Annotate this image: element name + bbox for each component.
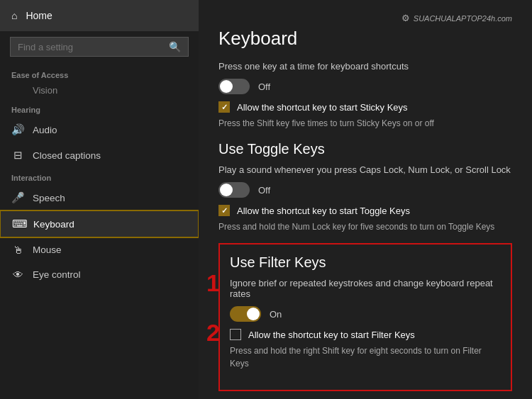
toggle-keys-checkbox-label: Allow the shortcut key to start Toggle K… (237, 206, 410, 216)
ease-of-access-label: Ease of Access (0, 65, 199, 82)
filter-keys-sub-desc: Press and hold the right Shift key for e… (230, 344, 501, 370)
keyboard-label: Keyboard (33, 219, 74, 230)
number-label-2: 2 (206, 319, 220, 347)
sticky-keys-toggle[interactable] (218, 79, 250, 94)
interaction-label: Interaction (0, 168, 199, 185)
toggle-keys-sub-desc: Press and hold the Num Lock key for five… (218, 220, 512, 233)
home-label: Home (26, 10, 52, 21)
toggle-keys-desc: Play a sound whenever you press Caps Loc… (218, 164, 512, 175)
toggle-keys-checkbox-row: Allow the shortcut key to start Toggle K… (218, 205, 512, 216)
speech-icon: 🎤 (11, 191, 24, 204)
sidebar-item-mouse[interactable]: 🖱 Mouse (0, 237, 199, 262)
toggle-keys-checkbox[interactable] (218, 205, 230, 216)
closed-captions-icon: ⊟ (11, 149, 24, 162)
toggle-keys-toggle[interactable] (218, 182, 250, 198)
sticky-keys-checkbox-label: Allow the shortcut key to start Sticky K… (237, 102, 408, 113)
sticky-keys-desc: Press one key at a time for keyboard sho… (218, 61, 512, 72)
search-input[interactable] (18, 42, 169, 52)
hearing-label: Hearing (0, 100, 199, 117)
eye-icon: 👁 (11, 269, 24, 281)
filter-keys-checkbox-row: Allow the shortcut key to start Filter K… (230, 329, 501, 340)
watermark-text: SUACHUALAPTOP24h.com (414, 14, 512, 23)
filter-keys-checkbox[interactable] (230, 329, 241, 340)
sticky-keys-checkbox[interactable] (218, 101, 230, 113)
sidebar-item-speech[interactable]: 🎤 Speech (0, 185, 199, 210)
sticky-keys-sub-desc: Press the Shift key five times to turn S… (218, 117, 512, 130)
toggle-keys-title: Use Toggle Keys (218, 141, 512, 157)
mouse-icon: 🖱 (11, 244, 24, 256)
main-content: ⚙ SUACHUALAPTOP24h.com Keyboard Press on… (199, 0, 532, 399)
mouse-label: Mouse (33, 245, 62, 255)
filter-keys-checkbox-label: Allow the shortcut key to start Filter K… (248, 330, 415, 340)
home-icon: ⌂ (11, 10, 17, 21)
page-title: Keyboard (218, 28, 512, 50)
watermark-icon: ⚙ (401, 13, 410, 23)
sticky-keys-toggle-label: Off (258, 82, 270, 92)
sidebar-item-vision[interactable]: Vision (0, 82, 199, 100)
toggle-keys-toggle-label: Off (258, 185, 270, 196)
keyboard-icon: ⌨ (12, 218, 25, 230)
sidebar-item-audio[interactable]: 🔊 Audio (0, 117, 199, 142)
filter-keys-toggle-label: On (270, 309, 282, 320)
sticky-keys-checkbox-row: Allow the shortcut key to start Sticky K… (218, 101, 512, 113)
sticky-keys-toggle-row: Off (218, 79, 512, 94)
audio-icon: 🔊 (11, 123, 24, 136)
filter-keys-toggle-row: On (230, 306, 501, 322)
closed-captions-label: Closed captions (33, 150, 101, 161)
speech-label: Speech (33, 193, 65, 203)
filter-keys-title: Use Filter Keys (230, 254, 501, 271)
sidebar-item-home[interactable]: ⌂ Home (0, 0, 199, 31)
audio-label: Audio (33, 125, 57, 135)
filter-keys-desc: Ignore brief or repeated keystrokes and … (230, 278, 501, 299)
sidebar-item-closed-captions[interactable]: ⊟ Closed captions (0, 142, 199, 168)
search-icon: 🔍 (169, 41, 181, 52)
sidebar-item-keyboard[interactable]: ⌨ Keyboard (0, 210, 199, 237)
toggle-keys-toggle-row: Off (218, 182, 512, 198)
number-label-1: 1 (206, 269, 220, 297)
eye-control-label: Eye control (33, 269, 81, 280)
sidebar-item-eye-control[interactable]: 👁 Eye control (0, 262, 199, 287)
filter-keys-toggle[interactable] (230, 306, 261, 322)
search-box[interactable]: 🔍 (10, 37, 189, 57)
filter-keys-section: Use Filter Keys Ignore brief or repeated… (218, 243, 512, 391)
